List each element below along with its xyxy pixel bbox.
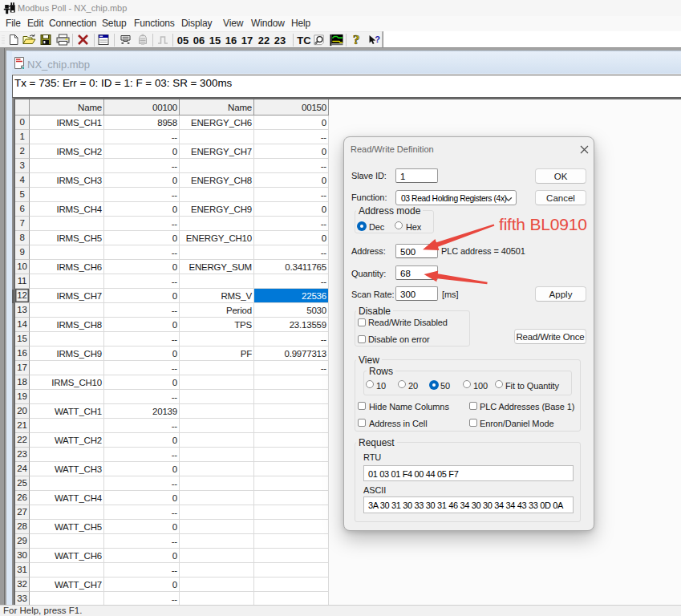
svg-text:?: ? (353, 33, 360, 47)
svg-text:?: ? (375, 34, 380, 44)
